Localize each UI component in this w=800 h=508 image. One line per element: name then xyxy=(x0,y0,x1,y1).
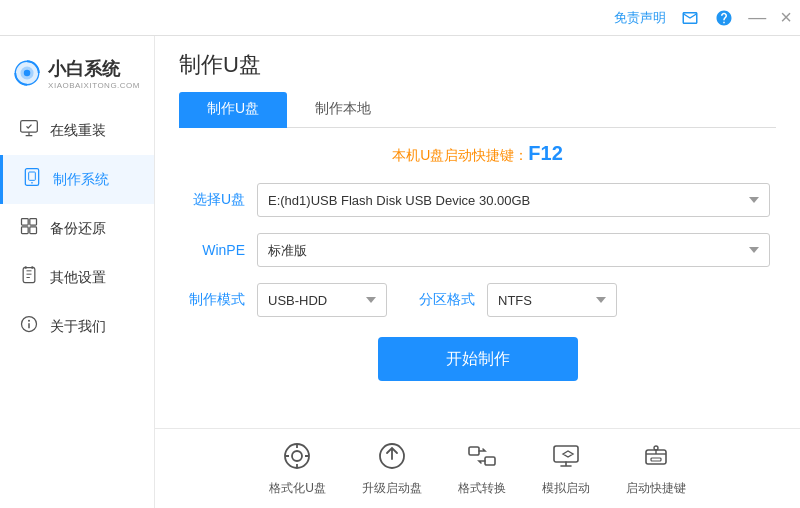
logo-main-text: 小白系统 xyxy=(48,57,140,81)
format-convert-icon xyxy=(467,441,497,475)
sidebar-item-about-us[interactable]: 关于我们 xyxy=(0,302,154,351)
svg-point-13 xyxy=(24,266,27,269)
make-system-label: 制作系统 xyxy=(53,171,109,189)
toolbar-upgrade-boot[interactable]: 升级启动盘 xyxy=(362,441,422,497)
boot-shortcut-icon xyxy=(641,441,671,475)
svg-rect-6 xyxy=(29,172,36,180)
minimize-button[interactable]: — xyxy=(748,7,766,28)
free-declaration-link[interactable]: 免责声明 xyxy=(614,9,666,27)
window-controls: — × xyxy=(676,4,792,32)
winpe-dropdown[interactable]: 标准版 xyxy=(257,233,770,267)
winpe-row: WinPE 标准版 xyxy=(185,233,770,267)
svg-rect-12 xyxy=(23,268,35,283)
partition-format-dropdown[interactable]: NTFS xyxy=(487,283,617,317)
close-button[interactable]: × xyxy=(780,6,792,29)
toolbar-simulate-boot[interactable]: 模拟启动 xyxy=(542,441,590,497)
svg-rect-10 xyxy=(22,227,29,234)
bottom-toolbar: 格式化U盘 升级启动盘 xyxy=(155,428,800,508)
tab-bar: 制作U盘 制作本地 xyxy=(179,92,776,128)
online-reinstall-icon xyxy=(18,118,40,143)
backup-restore-icon xyxy=(18,216,40,241)
page-header: 制作U盘 制作U盘 制作本地 xyxy=(155,36,800,128)
svg-rect-8 xyxy=(22,219,29,226)
sidebar-item-other-settings[interactable]: 其他设置 xyxy=(0,253,154,302)
svg-point-19 xyxy=(292,451,302,461)
user-icon[interactable] xyxy=(676,4,704,32)
start-make-button[interactable]: 开始制作 xyxy=(378,337,578,381)
simulate-boot-label: 模拟启动 xyxy=(542,480,590,497)
winpe-label: WinPE xyxy=(185,242,245,258)
boot-shortcut-label: 启动快捷键 xyxy=(626,480,686,497)
make-system-icon xyxy=(21,167,43,192)
toolbar-format-udisk[interactable]: 格式化U盘 xyxy=(269,441,326,497)
shortcut-hint: 本机U盘启动快捷键：F12 xyxy=(185,142,770,165)
shortcut-prefix: 本机U盘启动快捷键： xyxy=(392,147,528,163)
shortcut-key: F12 xyxy=(528,142,562,164)
logo-area: 小白系统 XIAOBAIXITONG.COM xyxy=(0,46,154,106)
sidebar-item-backup-restore[interactable]: 备份还原 xyxy=(0,204,154,253)
logo-sub-text: XIAOBAIXITONG.COM xyxy=(48,81,140,90)
mode-format-row: 制作模式 USB-HDD 分区格式 NTFS xyxy=(185,283,770,317)
toolbar-boot-shortcut[interactable]: 启动快捷键 xyxy=(626,441,686,497)
about-us-label: 关于我们 xyxy=(50,318,106,336)
other-settings-label: 其他设置 xyxy=(50,269,106,287)
format-convert-label: 格式转换 xyxy=(458,480,506,497)
logo-icon xyxy=(14,54,40,92)
toolbar-format-convert[interactable]: 格式转换 xyxy=(458,441,506,497)
page-title: 制作U盘 xyxy=(179,50,776,80)
help-icon[interactable] xyxy=(710,4,738,32)
format-udisk-icon xyxy=(282,441,312,475)
backup-restore-label: 备份还原 xyxy=(50,220,106,238)
select-udisk-dropdown[interactable]: E:(hd1)USB Flash Disk USB Device 30.00GB xyxy=(257,183,770,217)
form-area: 本机U盘启动快捷键：F12 选择U盘 E:(hd1)USB Flash Disk… xyxy=(155,128,800,428)
svg-point-14 xyxy=(31,266,34,269)
simulate-boot-icon xyxy=(551,441,581,475)
about-us-icon xyxy=(18,314,40,339)
svg-point-7 xyxy=(31,182,33,184)
svg-rect-26 xyxy=(651,458,661,461)
svg-point-25 xyxy=(654,446,658,450)
sidebar: 小白系统 XIAOBAIXITONG.COM 在线重装 制作系统 备份还原 xyxy=(0,36,155,508)
content-area: 制作U盘 制作U盘 制作本地 本机U盘启动快捷键：F12 选择U盘 E:(hd1… xyxy=(155,36,800,508)
main-container: 小白系统 XIAOBAIXITONG.COM 在线重装 制作系统 备份还原 xyxy=(0,36,800,508)
sidebar-item-make-system[interactable]: 制作系统 xyxy=(0,155,154,204)
svg-rect-23 xyxy=(554,446,578,462)
title-bar: 免责声明 — × xyxy=(0,0,800,36)
svg-point-3 xyxy=(24,70,31,77)
svg-rect-22 xyxy=(485,457,495,465)
select-udisk-label: 选择U盘 xyxy=(185,191,245,209)
partition-format-label: 分区格式 xyxy=(419,291,475,309)
upgrade-boot-label: 升级启动盘 xyxy=(362,480,422,497)
other-settings-icon xyxy=(18,265,40,290)
sidebar-item-online-reinstall[interactable]: 在线重装 xyxy=(0,106,154,155)
tab-make-local[interactable]: 制作本地 xyxy=(287,92,399,128)
make-mode-dropdown[interactable]: USB-HDD xyxy=(257,283,387,317)
upgrade-boot-icon xyxy=(377,441,407,475)
logo-text: 小白系统 XIAOBAIXITONG.COM xyxy=(48,57,140,90)
format-udisk-label: 格式化U盘 xyxy=(269,480,326,497)
select-udisk-row: 选择U盘 E:(hd1)USB Flash Disk USB Device 30… xyxy=(185,183,770,217)
svg-rect-9 xyxy=(30,219,37,226)
svg-rect-11 xyxy=(30,227,37,234)
make-mode-label: 制作模式 xyxy=(185,291,245,309)
online-reinstall-label: 在线重装 xyxy=(50,122,106,140)
tab-make-udisk[interactable]: 制作U盘 xyxy=(179,92,287,128)
svg-rect-21 xyxy=(469,447,479,455)
svg-point-17 xyxy=(28,320,30,322)
